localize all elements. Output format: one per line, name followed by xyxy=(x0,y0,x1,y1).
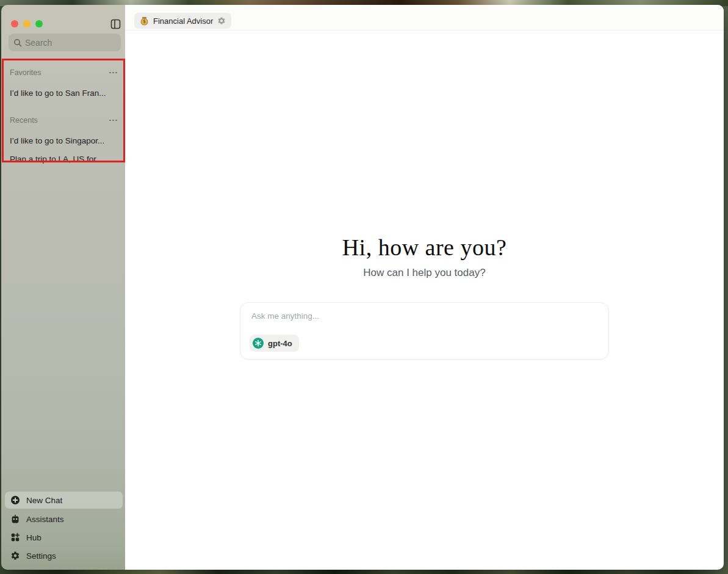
main-content-area: $ Financial Advisor Hi, how are you? How… xyxy=(125,5,724,570)
openai-icon xyxy=(253,338,264,349)
footer-item-label: Assistants xyxy=(26,515,64,524)
assistants-button[interactable]: Assistants xyxy=(5,510,123,528)
model-selector[interactable]: gpt-4o xyxy=(250,335,299,352)
greeting-subtitle: How can I help you today? xyxy=(125,267,724,279)
favorites-section-header: Favorites xyxy=(10,68,119,78)
message-input[interactable] xyxy=(251,311,593,321)
zoom-button[interactable] xyxy=(35,20,43,27)
svg-text:$: $ xyxy=(143,18,146,24)
recents-section-header: Recents xyxy=(10,115,119,125)
new-chat-button[interactable]: New Chat xyxy=(5,492,123,509)
footer-item-label: New Chat xyxy=(26,496,62,505)
app-window: Favorites I’d like to go to San Fran... … xyxy=(1,5,724,570)
close-button[interactable] xyxy=(11,20,18,27)
tab-bar: $ Financial Advisor xyxy=(125,5,724,31)
hub-button[interactable]: Hub xyxy=(5,528,123,547)
traffic-lights xyxy=(11,20,43,27)
footer-item-label: Hub xyxy=(26,533,41,542)
greeting-title: Hi, how are you? xyxy=(125,234,724,261)
tab-financial-advisor[interactable]: $ Financial Advisor xyxy=(134,13,231,29)
money-bag-icon: $ xyxy=(140,16,149,26)
sidebar-toggle-icon[interactable] xyxy=(110,19,121,29)
search-field[interactable] xyxy=(9,34,121,51)
sidebar: Favorites I’d like to go to San Fran... … xyxy=(1,5,125,570)
gear-icon xyxy=(10,551,20,561)
plus-circle-icon xyxy=(10,495,20,506)
tab-label: Financial Advisor xyxy=(153,16,213,26)
hub-grid-icon xyxy=(10,532,20,543)
search-input[interactable] xyxy=(25,38,116,48)
search-icon xyxy=(13,38,22,47)
message-composer[interactable]: gpt-4o xyxy=(240,302,609,360)
ellipsis-icon[interactable] xyxy=(109,120,119,122)
chat-list-item[interactable]: Plan a trip to LA, US for ... xyxy=(10,154,120,165)
chat-list-item[interactable]: I’d like to go to Singapor... xyxy=(10,136,120,147)
chat-list-item[interactable]: I’d like to go to San Fran... xyxy=(10,89,120,100)
section-label: Recents xyxy=(10,116,38,125)
settings-button[interactable]: Settings xyxy=(5,547,123,565)
ellipsis-icon[interactable] xyxy=(109,72,119,74)
sidebar-footer-menu: New Chat Assistants xyxy=(5,492,123,565)
robot-icon xyxy=(10,514,20,525)
section-label: Favorites xyxy=(10,68,41,77)
minimize-button[interactable] xyxy=(23,20,31,27)
model-label: gpt-4o xyxy=(268,339,292,348)
footer-item-label: Settings xyxy=(26,551,56,561)
gear-icon[interactable] xyxy=(217,16,226,25)
